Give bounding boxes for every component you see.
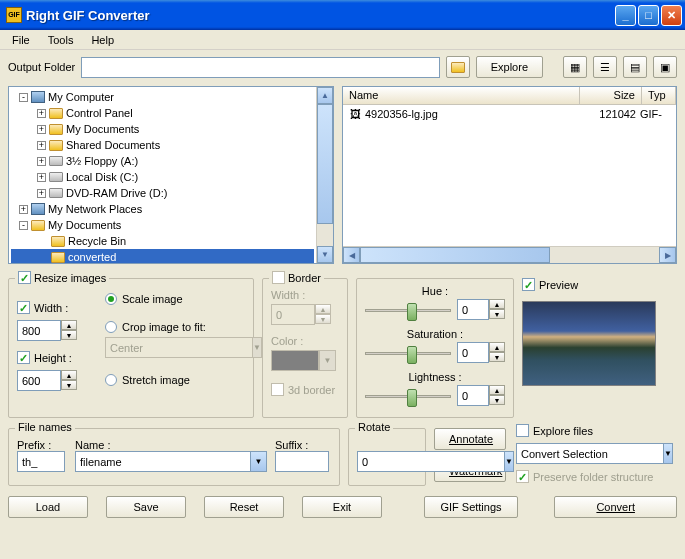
preview-image: [522, 301, 656, 386]
tree-item[interactable]: -My Documents: [11, 217, 314, 233]
convert-button[interactable]: Convert: [554, 496, 677, 518]
folder-icon: [50, 249, 66, 263]
annotate-button[interactable]: Annotate: [434, 428, 506, 450]
name-dropdown[interactable]: ▼: [250, 451, 267, 472]
height-up[interactable]: ▲: [61, 370, 77, 380]
titlebar: GIF Right GIF Converter _ □ ✕: [0, 0, 685, 30]
scale-radio[interactable]: [105, 293, 117, 305]
tree-item[interactable]: +DVD-RAM Drive (D:): [11, 185, 314, 201]
browse-folder-button[interactable]: [446, 56, 470, 78]
file-scrollbar-h[interactable]: ◀ ▶: [343, 246, 676, 263]
tree-item[interactable]: +Shared Documents: [11, 137, 314, 153]
expander-icon[interactable]: +: [37, 189, 46, 198]
expander-icon[interactable]: -: [19, 221, 28, 230]
save-button[interactable]: Save: [106, 496, 186, 518]
width-checkbox[interactable]: [17, 301, 30, 314]
hue-value[interactable]: [457, 299, 489, 320]
file-header[interactable]: Name Size Typ: [343, 87, 676, 105]
preview-checkbox[interactable]: [522, 278, 535, 291]
scroll-thumb[interactable]: [317, 104, 333, 224]
width-down[interactable]: ▼: [61, 330, 77, 340]
crop-radio[interactable]: [105, 321, 117, 333]
col-type[interactable]: Typ: [642, 87, 676, 104]
file-list-panel: Name Size Typ 🖼4920356-lg.jpg121042GIF- …: [342, 86, 677, 264]
expander-icon[interactable]: +: [37, 109, 46, 118]
convert-action-combo[interactable]: [516, 443, 663, 464]
col-size[interactable]: Size: [580, 87, 642, 104]
expander-icon[interactable]: +: [37, 157, 46, 166]
height-checkbox[interactable]: [17, 351, 30, 364]
folder-tree[interactable]: -My Computer+Control Panel+My Documents+…: [9, 87, 316, 263]
height-down[interactable]: ▼: [61, 380, 77, 390]
tree-item[interactable]: +Control Panel: [11, 105, 314, 121]
rotate-dropdown[interactable]: ▼: [504, 451, 514, 472]
sat-value[interactable]: [457, 342, 489, 363]
minimize-button[interactable]: _: [615, 5, 636, 26]
folder-icon: [48, 121, 64, 137]
tree-item[interactable]: -My Computer: [11, 89, 314, 105]
width-up[interactable]: ▲: [61, 320, 77, 330]
convert-action-dropdown[interactable]: ▼: [663, 443, 673, 464]
view-list-button[interactable]: ☰: [593, 56, 617, 78]
border-checkbox[interactable]: [272, 271, 285, 284]
scroll-left-button[interactable]: ◀: [343, 247, 360, 263]
tree-item[interactable]: +My Network Places: [11, 201, 314, 217]
width-input[interactable]: [17, 320, 61, 341]
tree-item[interactable]: Recycle Bin: [11, 233, 314, 249]
load-button[interactable]: Load: [8, 496, 88, 518]
suffix-input[interactable]: [275, 451, 329, 472]
tree-scrollbar[interactable]: ▲ ▼: [316, 87, 333, 263]
rotate-combo[interactable]: [357, 451, 504, 472]
preview-group: Preview: [522, 278, 668, 418]
expander-icon[interactable]: +: [37, 125, 46, 134]
folder-tree-panel: -My Computer+Control Panel+My Documents+…: [8, 86, 334, 264]
name-combo[interactable]: [75, 451, 250, 472]
light-value[interactable]: [457, 385, 489, 406]
height-input[interactable]: [17, 370, 61, 391]
exit-button[interactable]: Exit: [302, 496, 382, 518]
reset-button[interactable]: Reset: [204, 496, 284, 518]
tree-item[interactable]: converted: [11, 249, 314, 263]
scroll-up-button[interactable]: ▲: [317, 87, 333, 104]
expander-icon[interactable]: +: [37, 141, 46, 150]
tree-item[interactable]: +Local Disk (C:): [11, 169, 314, 185]
file-row[interactable]: 🖼4920356-lg.jpg121042GIF-: [343, 105, 676, 123]
menu-help[interactable]: Help: [83, 32, 122, 47]
window-title: Right GIF Converter: [26, 8, 613, 23]
scroll-thumb-h[interactable]: [360, 247, 550, 263]
tree-item[interactable]: +My Documents: [11, 121, 314, 137]
stretch-radio[interactable]: [105, 374, 117, 386]
expander-icon[interactable]: -: [19, 93, 28, 102]
close-button[interactable]: ✕: [661, 5, 682, 26]
image-file-icon: 🖼: [347, 106, 363, 122]
maximize-button[interactable]: □: [638, 5, 659, 26]
expander-icon[interactable]: +: [37, 173, 46, 182]
view-details-button[interactable]: ▤: [623, 56, 647, 78]
col-name[interactable]: Name: [343, 87, 580, 104]
scroll-down-button[interactable]: ▼: [317, 246, 333, 263]
expander-icon[interactable]: +: [19, 205, 28, 214]
folder-icon: [451, 62, 465, 73]
drive-icon: [48, 185, 64, 201]
drive-icon: [48, 153, 64, 169]
prefix-input[interactable]: [17, 451, 65, 472]
view-icons-button[interactable]: ▦: [563, 56, 587, 78]
crop-pos-dropdown: ▼: [252, 337, 262, 358]
light-slider[interactable]: [365, 386, 451, 406]
menu-file[interactable]: File: [4, 32, 38, 47]
output-folder-input[interactable]: [81, 57, 439, 78]
threeD-checkbox: [271, 383, 284, 396]
view-thumb-button[interactable]: ▣: [653, 56, 677, 78]
scroll-right-button[interactable]: ▶: [659, 247, 676, 263]
hue-slider[interactable]: [365, 300, 451, 320]
file-list[interactable]: 🖼4920356-lg.jpg121042GIF-: [343, 105, 676, 246]
tree-item[interactable]: +3½ Floppy (A:): [11, 153, 314, 169]
resize-checkbox[interactable]: [18, 271, 31, 284]
sat-slider[interactable]: [365, 343, 451, 363]
menu-tools[interactable]: Tools: [40, 32, 82, 47]
menubar: File Tools Help: [0, 30, 685, 50]
explore-button[interactable]: Explore: [476, 56, 543, 78]
preserve-checkbox: [516, 470, 529, 483]
explore-files-checkbox[interactable]: [516, 424, 529, 437]
gif-settings-button[interactable]: GIF Settings: [424, 496, 519, 518]
